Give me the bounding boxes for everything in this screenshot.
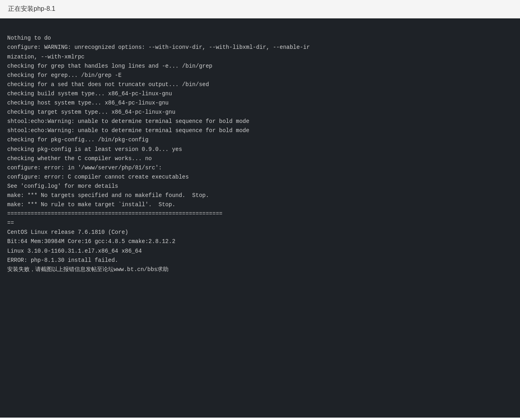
terminal-line: checking for a sed that does not truncat…: [7, 80, 513, 89]
terminal-line: CentOS Linux release 7.6.1810 (Core): [7, 228, 513, 237]
terminal-line: shtool:echo:Warning: unable to determine…: [7, 126, 513, 135]
terminal-line: make: *** No targets specified and no ma…: [7, 191, 513, 200]
terminal-line: shtool:echo:Warning: unable to determine…: [7, 117, 513, 126]
terminal-line: checking host system type... x86_64-pc-l…: [7, 98, 513, 108]
terminal-output: Nothing to doconfigure: WARNING: unrecog…: [0, 18, 520, 418]
terminal-line: checking for grep that handles long line…: [7, 62, 513, 71]
page-title: 正在安装php-8.1: [8, 5, 55, 12]
terminal-line: ========================================…: [7, 209, 513, 219]
terminal-line: checking build system type... x86_64-pc-…: [7, 89, 513, 98]
terminal-line: mization, --with-xmlrpc: [7, 52, 513, 62]
terminal-line: checking target system type... x86_64-pc…: [7, 108, 513, 117]
terminal-line: checking for egrep... /bin/grep -E: [7, 71, 513, 80]
terminal-line: configure: WARNING: unrecognized options…: [7, 43, 513, 52]
terminal-line: checking pkg-config is at least version …: [7, 145, 513, 154]
terminal-line: configure: error: in '/www/server/php/81…: [7, 163, 513, 173]
terminal-line: Nothing to do: [7, 34, 513, 43]
terminal-line: 安装失败，请截图以上报错信息发帖至论坛www.bt.cn/bbs求助: [7, 265, 513, 274]
terminal-line: checking for pkg-config... /bin/pkg-conf…: [7, 135, 513, 145]
terminal-line: ==: [7, 219, 513, 228]
terminal-line: Linux 3.10.0-1160.31.1.el7.x86_64 x86_64: [7, 247, 513, 256]
header-bar: 正在安装php-8.1: [0, 0, 520, 18]
terminal-line: checking whether the C compiler works...…: [7, 154, 513, 163]
terminal-line: ERROR: php-8.1.30 install failed.: [7, 256, 513, 265]
terminal-line: Bit:64 Mem:30984M Core:16 gcc:4.8.5 cmak…: [7, 237, 513, 246]
terminal-line: See 'config.log' for more details: [7, 182, 513, 191]
terminal-line: configure: error: C compiler cannot crea…: [7, 173, 513, 182]
terminal-line: make: *** No rule to make target `instal…: [7, 200, 513, 209]
